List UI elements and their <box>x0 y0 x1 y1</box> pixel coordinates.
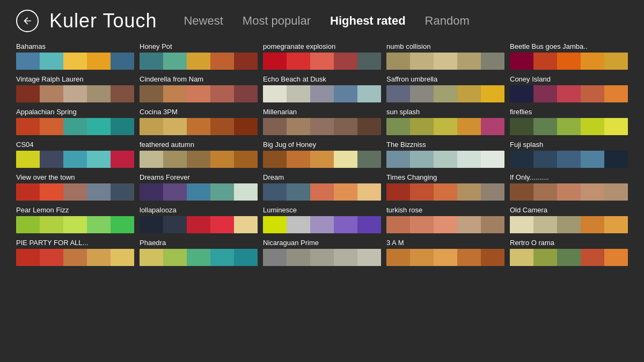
color-swatch <box>63 249 87 266</box>
palette-card[interactable]: 3 A M <box>386 237 504 269</box>
palette-card[interactable]: Honey Pot <box>140 40 258 73</box>
color-swatch <box>533 53 557 70</box>
palette-card[interactable]: Beetle Bus goes Jamba.. <box>510 40 628 73</box>
palette-name: Echo Beach at Dusk <box>263 75 381 83</box>
palette-card[interactable]: Coney Island <box>510 73 628 106</box>
color-swatch <box>163 53 187 70</box>
color-swatch <box>234 151 258 168</box>
palette-name: The Bizzniss <box>386 141 504 149</box>
palette-card[interactable]: Vintage Ralph Lauren <box>16 73 134 106</box>
color-swatch <box>140 85 163 102</box>
palette-name: Saffron umbrella <box>386 75 504 83</box>
palette-card[interactable]: fireflies <box>510 106 628 138</box>
palette-card[interactable]: Cinderella from Nam <box>140 73 258 106</box>
palette-card[interactable]: Big Jug of Honey <box>263 138 381 171</box>
palette-swatches <box>510 216 628 233</box>
color-swatch <box>111 249 134 266</box>
color-swatch <box>510 249 533 266</box>
color-swatch <box>386 85 410 102</box>
palette-card[interactable]: Appalachian Spring <box>16 106 134 138</box>
color-swatch <box>111 118 134 135</box>
color-swatch <box>434 53 457 70</box>
color-swatch <box>434 183 457 201</box>
palette-name: numb collision <box>386 42 504 50</box>
palette-card[interactable]: sun splash <box>386 106 504 138</box>
palette-card[interactable]: If Only.......... <box>510 171 628 204</box>
back-button[interactable] <box>16 10 39 32</box>
color-swatch <box>457 53 481 70</box>
palette-card[interactable]: pomegranate explosion <box>263 40 381 73</box>
color-swatch <box>604 249 628 266</box>
palette-card[interactable]: Pear Lemon Fizz <box>16 204 134 237</box>
color-swatch <box>457 151 481 168</box>
color-swatch <box>357 118 381 135</box>
palette-swatches <box>386 183 504 201</box>
palette-card[interactable]: Nicaraguan Prime <box>263 237 381 269</box>
color-swatch <box>16 249 40 266</box>
palette-swatches <box>16 249 134 266</box>
color-swatch <box>386 53 410 70</box>
color-swatch <box>386 183 410 201</box>
color-swatch <box>604 85 628 102</box>
palette-card[interactable]: turkish rose <box>386 204 504 237</box>
color-swatch <box>63 53 87 70</box>
color-swatch <box>310 53 334 70</box>
color-swatch <box>434 216 457 233</box>
palette-swatches <box>140 118 258 135</box>
color-swatch <box>187 151 210 168</box>
palette-name: Bahamas <box>16 42 134 50</box>
color-swatch <box>187 249 210 266</box>
palette-card[interactable]: Fuji splash <box>510 138 628 171</box>
color-swatch <box>604 118 628 135</box>
palette-card[interactable]: View over the town <box>16 171 134 204</box>
palette-card[interactable]: Old Camera <box>510 204 628 237</box>
color-swatch <box>234 183 258 201</box>
color-swatch <box>434 249 457 266</box>
color-swatch <box>287 216 310 233</box>
color-swatch <box>163 118 187 135</box>
palette-card[interactable]: feathered autumn <box>140 138 258 171</box>
color-swatch <box>187 216 210 233</box>
color-swatch <box>604 216 628 233</box>
color-swatch <box>16 216 40 233</box>
palette-card[interactable]: lollapalooza <box>140 204 258 237</box>
palette-card[interactable]: numb collision <box>386 40 504 73</box>
palette-swatches <box>16 118 134 135</box>
palette-card[interactable]: Dream <box>263 171 381 204</box>
color-swatch <box>581 249 604 266</box>
palette-card[interactable]: Phaedra <box>140 237 258 269</box>
color-swatch <box>557 151 581 168</box>
palette-card[interactable]: Echo Beach at Dusk <box>263 73 381 106</box>
palette-card[interactable]: Dreams Forever <box>140 171 258 204</box>
palette-card[interactable]: Rertro O rama <box>510 237 628 269</box>
palette-card[interactable]: The Bizzniss <box>386 138 504 171</box>
palette-card[interactable]: Saffron umbrella <box>386 73 504 106</box>
color-swatch <box>310 85 334 102</box>
palette-card[interactable]: Luminesce <box>263 204 381 237</box>
color-swatch <box>434 85 457 102</box>
palette-name: Appalachian Spring <box>16 108 134 116</box>
palette-name: Dream <box>263 173 381 181</box>
nav-item-highest-rated[interactable]: Highest rated <box>330 14 406 28</box>
color-swatch <box>263 183 287 201</box>
palette-card[interactable]: Bahamas <box>16 40 134 73</box>
palette-card[interactable]: PIE PARTY FOR ALL... <box>16 237 134 269</box>
nav-item-most-popular[interactable]: Most popular <box>243 14 311 28</box>
color-swatch <box>87 53 111 70</box>
color-swatch <box>16 151 40 168</box>
palette-card[interactable]: CS04 <box>16 138 134 171</box>
palette-name: feathered autumn <box>140 141 258 149</box>
color-swatch <box>63 118 87 135</box>
color-swatch <box>163 151 187 168</box>
palette-card[interactable]: Cocina 3PM <box>140 106 258 138</box>
color-swatch <box>287 183 310 201</box>
color-swatch <box>557 183 581 201</box>
palette-card[interactable]: Millenarian <box>263 106 381 138</box>
color-swatch <box>510 53 533 70</box>
nav-item-newest[interactable]: Newest <box>184 14 223 28</box>
color-swatch <box>481 118 504 135</box>
palette-card[interactable]: Times Changing <box>386 171 504 204</box>
palette-name: Old Camera <box>510 206 628 214</box>
color-swatch <box>510 183 533 201</box>
nav-item-random[interactable]: Random <box>425 14 470 28</box>
